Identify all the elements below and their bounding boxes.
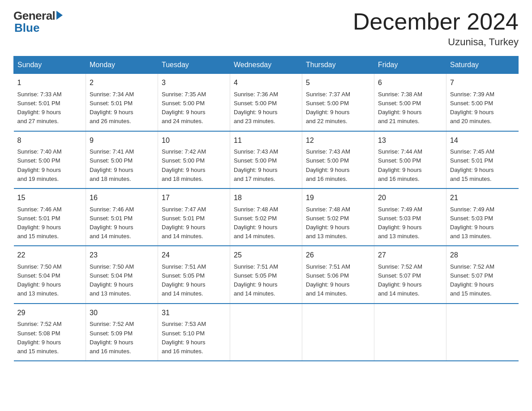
- day-number: 18: [234, 193, 298, 204]
- day-number: 24: [162, 250, 226, 261]
- day-info: Sunrise: 7:35 AM Sunset: 5:00 PM Dayligh…: [162, 90, 226, 126]
- day-number: 3: [162, 77, 226, 89]
- day-number: 31: [162, 308, 226, 319]
- calendar-cell: 15Sunrise: 7:46 AM Sunset: 5:01 PM Dayli…: [14, 188, 86, 246]
- calendar-cell: [230, 304, 302, 361]
- day-info: Sunrise: 7:52 AM Sunset: 5:07 PM Dayligh…: [450, 262, 515, 299]
- day-info: Sunrise: 7:48 AM Sunset: 5:02 PM Dayligh…: [234, 205, 298, 241]
- calendar-cell: 21Sunrise: 7:49 AM Sunset: 5:03 PM Dayli…: [446, 188, 519, 246]
- day-number: 13: [378, 135, 442, 146]
- day-info: Sunrise: 7:33 AM Sunset: 5:01 PM Dayligh…: [17, 90, 82, 126]
- day-info: Sunrise: 7:50 AM Sunset: 5:04 PM Dayligh…: [90, 262, 154, 299]
- calendar-cell: 29Sunrise: 7:52 AM Sunset: 5:08 PM Dayli…: [14, 304, 86, 361]
- day-number: 10: [162, 135, 226, 146]
- calendar-cell: 19Sunrise: 7:48 AM Sunset: 5:02 PM Dayli…: [302, 188, 374, 246]
- day-number: 27: [378, 250, 442, 261]
- day-info: Sunrise: 7:46 AM Sunset: 5:01 PM Dayligh…: [90, 205, 154, 241]
- calendar-week-row: 29Sunrise: 7:52 AM Sunset: 5:08 PM Dayli…: [14, 304, 519, 361]
- day-number: 9: [90, 135, 154, 146]
- calendar-week-row: 8Sunrise: 7:40 AM Sunset: 5:00 PM Daylig…: [14, 131, 519, 188]
- page-header: General Blue December 2024 Uzunisa, Turk…: [13, 9, 519, 48]
- day-number: 21: [450, 193, 515, 204]
- calendar-cell: [446, 304, 519, 361]
- day-number: 28: [450, 250, 515, 261]
- day-info: Sunrise: 7:44 AM Sunset: 5:00 PM Dayligh…: [378, 147, 442, 184]
- day-number: 17: [162, 193, 226, 204]
- header-cell-saturday: Saturday: [446, 56, 519, 74]
- calendar-cell: 16Sunrise: 7:46 AM Sunset: 5:01 PM Dayli…: [86, 188, 158, 246]
- calendar-cell: 11Sunrise: 7:43 AM Sunset: 5:00 PM Dayli…: [230, 131, 302, 188]
- day-info: Sunrise: 7:42 AM Sunset: 5:00 PM Dayligh…: [162, 147, 226, 184]
- title-area: December 2024 Uzunisa, Turkey: [353, 9, 519, 48]
- day-number: 20: [378, 193, 442, 204]
- logo-blue-text: Blue: [14, 21, 39, 35]
- calendar-cell: 2Sunrise: 7:34 AM Sunset: 5:01 PM Daylig…: [86, 74, 158, 131]
- calendar-cell: 30Sunrise: 7:52 AM Sunset: 5:09 PM Dayli…: [86, 304, 158, 361]
- calendar-cell: 1Sunrise: 7:33 AM Sunset: 5:01 PM Daylig…: [14, 74, 86, 131]
- day-number: 7: [450, 77, 515, 89]
- calendar-cell: 4Sunrise: 7:36 AM Sunset: 5:00 PM Daylig…: [230, 74, 302, 131]
- day-info: Sunrise: 7:38 AM Sunset: 5:00 PM Dayligh…: [378, 90, 442, 126]
- day-info: Sunrise: 7:53 AM Sunset: 5:10 PM Dayligh…: [162, 320, 226, 356]
- day-info: Sunrise: 7:51 AM Sunset: 5:06 PM Dayligh…: [306, 262, 370, 299]
- day-info: Sunrise: 7:48 AM Sunset: 5:02 PM Dayligh…: [306, 205, 370, 241]
- calendar-cell: 23Sunrise: 7:50 AM Sunset: 5:04 PM Dayli…: [86, 246, 158, 303]
- day-info: Sunrise: 7:43 AM Sunset: 5:00 PM Dayligh…: [234, 147, 298, 184]
- header-cell-friday: Friday: [374, 56, 446, 74]
- calendar-body: 1Sunrise: 7:33 AM Sunset: 5:01 PM Daylig…: [14, 74, 519, 361]
- day-number: 11: [234, 135, 298, 146]
- day-number: 4: [234, 77, 298, 89]
- day-info: Sunrise: 7:49 AM Sunset: 5:03 PM Dayligh…: [450, 205, 515, 241]
- calendar-cell: 26Sunrise: 7:51 AM Sunset: 5:06 PM Dayli…: [302, 246, 374, 303]
- day-info: Sunrise: 7:52 AM Sunset: 5:09 PM Dayligh…: [90, 320, 154, 356]
- day-info: Sunrise: 7:51 AM Sunset: 5:05 PM Dayligh…: [234, 262, 298, 299]
- day-number: 19: [306, 193, 370, 204]
- header-cell-tuesday: Tuesday: [158, 56, 230, 74]
- header-cell-thursday: Thursday: [302, 56, 374, 74]
- header-cell-monday: Monday: [86, 56, 158, 74]
- day-number: 22: [17, 250, 82, 261]
- calendar-cell: 28Sunrise: 7:52 AM Sunset: 5:07 PM Dayli…: [446, 246, 519, 303]
- day-info: Sunrise: 7:43 AM Sunset: 5:00 PM Dayligh…: [306, 147, 370, 184]
- calendar-cell: 27Sunrise: 7:52 AM Sunset: 5:07 PM Dayli…: [374, 246, 446, 303]
- day-number: 25: [234, 250, 298, 261]
- day-info: Sunrise: 7:51 AM Sunset: 5:05 PM Dayligh…: [162, 262, 226, 299]
- day-info: Sunrise: 7:52 AM Sunset: 5:08 PM Dayligh…: [17, 320, 82, 356]
- calendar-week-row: 22Sunrise: 7:50 AM Sunset: 5:04 PM Dayli…: [14, 246, 519, 303]
- calendar-cell: 13Sunrise: 7:44 AM Sunset: 5:00 PM Dayli…: [374, 131, 446, 188]
- calendar-cell: 5Sunrise: 7:37 AM Sunset: 5:00 PM Daylig…: [302, 74, 374, 131]
- calendar-header: SundayMondayTuesdayWednesdayThursdayFrid…: [14, 56, 519, 74]
- location-text: Uzunisa, Turkey: [353, 36, 519, 48]
- calendar-cell: 6Sunrise: 7:38 AM Sunset: 5:00 PM Daylig…: [374, 74, 446, 131]
- day-number: 29: [17, 308, 82, 319]
- day-info: Sunrise: 7:40 AM Sunset: 5:00 PM Dayligh…: [17, 147, 82, 184]
- calendar-week-row: 15Sunrise: 7:46 AM Sunset: 5:01 PM Dayli…: [14, 188, 519, 246]
- day-number: 26: [306, 250, 370, 261]
- day-number: 1: [17, 77, 82, 89]
- month-title: December 2024: [353, 9, 519, 34]
- calendar-cell: 3Sunrise: 7:35 AM Sunset: 5:00 PM Daylig…: [158, 74, 230, 131]
- day-number: 16: [90, 193, 154, 204]
- day-number: 5: [306, 77, 370, 89]
- calendar-cell: 17Sunrise: 7:47 AM Sunset: 5:01 PM Dayli…: [158, 188, 230, 246]
- calendar-cell: 12Sunrise: 7:43 AM Sunset: 5:00 PM Dayli…: [302, 131, 374, 188]
- header-row: SundayMondayTuesdayWednesdayThursdayFrid…: [14, 56, 519, 74]
- calendar-cell: 22Sunrise: 7:50 AM Sunset: 5:04 PM Dayli…: [14, 246, 86, 303]
- day-number: 2: [90, 77, 154, 89]
- calendar-cell: 14Sunrise: 7:45 AM Sunset: 5:01 PM Dayli…: [446, 131, 519, 188]
- calendar-cell: 18Sunrise: 7:48 AM Sunset: 5:02 PM Dayli…: [230, 188, 302, 246]
- calendar-week-row: 1Sunrise: 7:33 AM Sunset: 5:01 PM Daylig…: [14, 74, 519, 131]
- day-number: 12: [306, 135, 370, 146]
- day-info: Sunrise: 7:52 AM Sunset: 5:07 PM Dayligh…: [378, 262, 442, 299]
- calendar-cell: 25Sunrise: 7:51 AM Sunset: 5:05 PM Dayli…: [230, 246, 302, 303]
- day-info: Sunrise: 7:50 AM Sunset: 5:04 PM Dayligh…: [17, 262, 82, 299]
- calendar-cell: 8Sunrise: 7:40 AM Sunset: 5:00 PM Daylig…: [14, 131, 86, 188]
- day-number: 30: [90, 308, 154, 319]
- calendar-cell: 10Sunrise: 7:42 AM Sunset: 5:00 PM Dayli…: [158, 131, 230, 188]
- calendar-cell: 31Sunrise: 7:53 AM Sunset: 5:10 PM Dayli…: [158, 304, 230, 361]
- day-info: Sunrise: 7:47 AM Sunset: 5:01 PM Dayligh…: [162, 205, 226, 241]
- logo-triangle-icon: [56, 11, 63, 20]
- day-number: 14: [450, 135, 515, 146]
- day-info: Sunrise: 7:46 AM Sunset: 5:01 PM Dayligh…: [17, 205, 82, 241]
- day-info: Sunrise: 7:45 AM Sunset: 5:01 PM Dayligh…: [450, 147, 515, 184]
